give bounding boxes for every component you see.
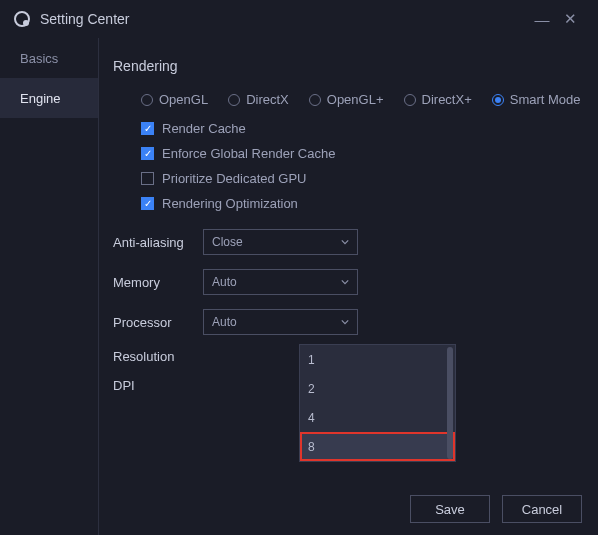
memory-label: Memory xyxy=(113,275,203,290)
checkbox-icon: ✓ xyxy=(141,122,154,135)
radio-label: OpenGL xyxy=(159,92,208,107)
sidebar-item-basics[interactable]: Basics xyxy=(0,38,98,78)
minimize-button[interactable]: — xyxy=(528,11,556,28)
chevron-down-icon xyxy=(341,318,349,326)
rendering-mode-group: OpenGL DirectX OpenGL+ DirectX+ Smart Mo… xyxy=(141,92,584,107)
anti-aliasing-label: Anti-aliasing xyxy=(113,235,203,250)
select-value: Auto xyxy=(212,315,237,329)
rendering-options: ✓ Render Cache ✓ Enforce Global Render C… xyxy=(141,121,584,211)
save-button[interactable]: Save xyxy=(410,495,490,523)
radio-icon xyxy=(309,94,321,106)
app-logo-icon xyxy=(14,11,30,27)
check-rendering-optimization[interactable]: ✓ Rendering Optimization xyxy=(141,196,584,211)
radio-icon xyxy=(404,94,416,106)
checkbox-icon: ✓ xyxy=(141,147,154,160)
check-label: Enforce Global Render Cache xyxy=(162,146,335,161)
chevron-down-icon xyxy=(341,238,349,246)
processor-option-2[interactable]: 2 xyxy=(300,374,455,403)
main-panel: Rendering OpenGL DirectX OpenGL+ DirectX… xyxy=(99,38,598,535)
title-bar: Setting Center — ✕ xyxy=(0,0,598,38)
section-title: Rendering xyxy=(113,58,584,74)
radio-label: DirectX xyxy=(246,92,289,107)
sidebar: Basics Engine xyxy=(0,38,98,535)
radio-opengl[interactable]: OpenGL xyxy=(141,92,208,107)
radio-label: Smart Mode xyxy=(510,92,581,107)
anti-aliasing-select[interactable]: Close xyxy=(203,229,358,255)
check-label: Prioritize Dedicated GPU xyxy=(162,171,307,186)
select-value: Auto xyxy=(212,275,237,289)
processor-option-4[interactable]: 4 xyxy=(300,403,455,432)
chevron-down-icon xyxy=(341,278,349,286)
sidebar-item-label: Basics xyxy=(20,51,58,66)
radio-opengl-plus[interactable]: OpenGL+ xyxy=(309,92,384,107)
close-button[interactable]: ✕ xyxy=(556,10,584,28)
check-enforce-global[interactable]: ✓ Enforce Global Render Cache xyxy=(141,146,584,161)
radio-directx[interactable]: DirectX xyxy=(228,92,289,107)
window-title: Setting Center xyxy=(40,11,130,27)
processor-option-8[interactable]: 8 xyxy=(300,432,455,461)
radio-label: OpenGL+ xyxy=(327,92,384,107)
radio-directx-plus[interactable]: DirectX+ xyxy=(404,92,472,107)
radio-label: DirectX+ xyxy=(422,92,472,107)
checkbox-icon: ✓ xyxy=(141,197,154,210)
processor-label: Processor xyxy=(113,315,203,330)
dpi-label: DPI xyxy=(113,378,203,393)
footer-buttons: Save Cancel xyxy=(410,495,582,523)
processor-dropdown: 1 2 4 8 xyxy=(299,344,456,462)
processor-option-1[interactable]: 1 xyxy=(300,345,455,374)
dropdown-scrollbar[interactable] xyxy=(447,347,453,459)
check-label: Rendering Optimization xyxy=(162,196,298,211)
check-prioritize-gpu[interactable]: Prioritize Dedicated GPU xyxy=(141,171,584,186)
checkbox-icon xyxy=(141,172,154,185)
sidebar-item-engine[interactable]: Engine xyxy=(0,78,98,118)
radio-smart-mode[interactable]: Smart Mode xyxy=(492,92,581,107)
check-render-cache[interactable]: ✓ Render Cache xyxy=(141,121,584,136)
check-label: Render Cache xyxy=(162,121,246,136)
radio-icon xyxy=(492,94,504,106)
select-value: Close xyxy=(212,235,243,249)
sidebar-item-label: Engine xyxy=(20,91,60,106)
memory-select[interactable]: Auto xyxy=(203,269,358,295)
resolution-label: Resolution xyxy=(113,349,203,364)
radio-icon xyxy=(228,94,240,106)
processor-select[interactable]: Auto xyxy=(203,309,358,335)
radio-icon xyxy=(141,94,153,106)
cancel-button[interactable]: Cancel xyxy=(502,495,582,523)
